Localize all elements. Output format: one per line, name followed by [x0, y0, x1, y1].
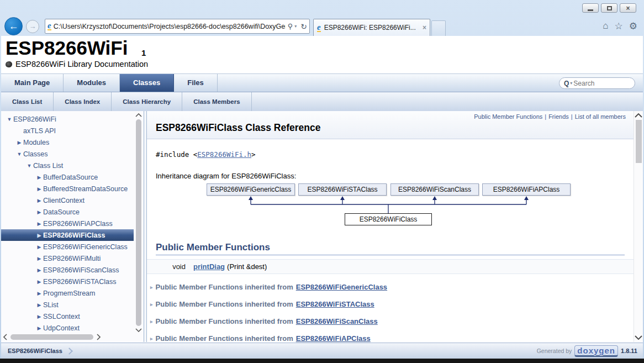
main-vertical-scrollbar[interactable]: [634, 111, 643, 342]
inherited-class-link[interactable]: ESP8266WiFiGenericClass: [296, 283, 387, 291]
ie-favicon: e: [47, 22, 51, 30]
tree-item-clientcontext[interactable]: ▶ClientContext: [1, 194, 134, 206]
tree-expand-icon[interactable]: ▶: [35, 256, 43, 261]
scroll-down-icon[interactable]: [135, 328, 142, 332]
tree-expand-icon[interactable]: ▶: [35, 233, 43, 238]
tree-expand-icon[interactable]: ▶: [35, 267, 43, 273]
inherited-class-link[interactable]: ESP8266WiFiAPClass: [296, 334, 371, 342]
diagram-box-apclass[interactable]: ESP8266WiFiAPClass: [482, 183, 571, 196]
tab-class-members[interactable]: Class Members: [182, 92, 251, 111]
include-file-link[interactable]: ESP8266WiFi.h: [197, 150, 251, 159]
tree-item-bufferdatasource[interactable]: ▶BufferDataSource: [1, 171, 134, 183]
tree-expand-icon[interactable]: ▶: [35, 314, 43, 319]
diagram-box-staclass[interactable]: ESP8266WiFiSTAClass: [298, 183, 387, 196]
tab-files[interactable]: Files: [174, 74, 218, 92]
tree-item-esp8266wifiscanclass[interactable]: ▶ESP8266WiFiScanClass: [1, 264, 134, 276]
inherited-class-link[interactable]: ESP8266WiFiSTAClass: [296, 300, 374, 308]
scroll-right-icon[interactable]: [97, 334, 101, 340]
tab-class-hierarchy[interactable]: Class Hierarchy: [112, 92, 182, 111]
home-icon[interactable]: ⌂: [603, 20, 608, 32]
scroll-up-icon[interactable]: [135, 113, 142, 117]
tree-item-classes[interactable]: ▼Classes: [1, 148, 134, 160]
close-button[interactable]: ×: [620, 3, 636, 13]
address-input[interactable]: [54, 23, 286, 30]
tree-expand-icon[interactable]: ▶: [35, 209, 43, 215]
tree-item-esp8266wifigenericclass[interactable]: ▶ESP8266WiFiGenericClass: [1, 241, 134, 252]
tree-expand-icon[interactable]: ▼: [15, 151, 23, 157]
tree-item-esp8266wificlass[interactable]: ▶ESP8266WiFiClass: [1, 229, 134, 241]
diagram-box-scanclass[interactable]: ESP8266WiFiScanClass: [390, 183, 479, 196]
tree-item-udpcontext[interactable]: ▶UdpContext: [1, 322, 134, 333]
diagram-box-genericclass[interactable]: ESP8266WiFiGenericClass: [207, 183, 295, 196]
sidebar-horizontal-scrollbar[interactable]: [3, 333, 131, 341]
new-tab-button[interactable]: [431, 20, 446, 36]
sidebar-scroll-thumb[interactable]: [136, 119, 141, 326]
tab-classes[interactable]: Classes: [120, 74, 174, 92]
inherited-section-staclass[interactable]: ▸ Public Member Functions inherited from…: [150, 300, 634, 308]
tree-item-esp8266wifimulti[interactable]: ▶ESP8266WiFiMulti: [1, 252, 134, 264]
tree-item-datasource[interactable]: ▶DataSource: [1, 206, 134, 218]
sidebar-hscroll-thumb[interactable]: [10, 334, 93, 340]
tree-expand-icon[interactable]: ▶: [35, 198, 43, 203]
tree-expand-icon[interactable]: ▶: [35, 244, 43, 250]
restore-button[interactable]: [601, 3, 617, 13]
member-name-link[interactable]: printDiag: [193, 262, 225, 271]
tree-expand-icon[interactable]: ▶: [35, 221, 43, 227]
sidebar-vertical-scrollbar[interactable]: [135, 113, 142, 332]
scroll-left-icon[interactable]: [3, 334, 7, 340]
scroll-up-icon[interactable]: [635, 113, 642, 118]
tree-item-sslcontext[interactable]: ▶SSLContext: [1, 311, 134, 322]
inherited-class-link[interactable]: ESP8266WiFiScanClass: [296, 317, 378, 325]
search-icon[interactable]: ⚲: [288, 22, 293, 30]
tree-expand-icon[interactable]: ▶: [15, 140, 23, 145]
refresh-icon[interactable]: ↻: [300, 22, 307, 31]
doc-search-box[interactable]: Q ▾: [559, 77, 635, 89]
doxygen-logo[interactable]: doxygen: [574, 345, 618, 357]
tree-expand-icon[interactable]: ▶: [35, 302, 43, 308]
favorites-star-icon[interactable]: ☆: [615, 20, 623, 32]
doc-search-chevron-icon[interactable]: ▾: [570, 81, 572, 86]
tree-label: BufferDataSource: [43, 173, 98, 181]
tab-close-icon[interactable]: ×: [423, 24, 426, 31]
minimize-button[interactable]: [582, 3, 599, 13]
browser-tab[interactable]: e ESP8266WiFi: ESP8266WiFi... ×: [313, 19, 430, 36]
tab-class-index[interactable]: Class Index: [54, 92, 112, 111]
main-scroll-thumb[interactable]: [636, 120, 642, 163]
link-list-of-all-members[interactable]: List of all members: [575, 113, 626, 120]
tree-item-esp8266wifi[interactable]: ▼ESP8266WiFi: [1, 113, 134, 125]
tree-expand-icon[interactable]: ▶: [35, 325, 43, 331]
tree-item-slist[interactable]: ▶SList: [1, 299, 134, 311]
tree-item-esp8266wifiapclass[interactable]: ▶ESP8266WiFiAPClass: [1, 218, 134, 229]
tab-modules[interactable]: Modules: [64, 74, 120, 92]
address-bar[interactable]: e ⚲ ▾ ↻: [45, 19, 310, 34]
doc-search-input[interactable]: [573, 80, 630, 87]
generated-by-label: Generated by: [537, 348, 572, 354]
tree-expand-icon[interactable]: ▶: [35, 175, 43, 180]
tree-item-class-list[interactable]: ▼Class List: [1, 160, 134, 171]
back-button[interactable]: ←: [4, 17, 23, 35]
link-public-member-functions[interactable]: Public Member Functions: [474, 113, 542, 120]
tab-class-list[interactable]: Class List: [1, 92, 54, 111]
tree-label: ESP8266WiFiAPClass: [43, 220, 113, 228]
inherited-section-apclass[interactable]: ▸ Public Member Functions inherited from…: [150, 334, 634, 342]
tree-item-modules[interactable]: ▶Modules: [1, 136, 134, 148]
gear-icon[interactable]: ⚙: [629, 20, 637, 32]
scroll-down-icon[interactable]: [635, 335, 642, 340]
inherited-section-genericclass[interactable]: ▸ Public Member Functions inherited from…: [150, 283, 634, 291]
tree-expand-icon[interactable]: ▶: [35, 279, 43, 285]
tree-item-axtls-api[interactable]: axTLS API: [1, 125, 134, 136]
tab-main-page[interactable]: Main Page: [1, 74, 64, 92]
forward-button[interactable]: →: [26, 20, 39, 33]
breadcrumb-esp8266wificlass[interactable]: ESP8266WiFiClass: [8, 348, 62, 354]
tree-expand-icon[interactable]: ▼: [25, 163, 33, 169]
tree-item-progmemstream[interactable]: ▶ProgmemStream: [1, 287, 134, 299]
inherited-section-scanclass[interactable]: ▸ Public Member Functions inherited from…: [150, 317, 634, 325]
tree-item-esp8266wifistaclass[interactable]: ▶ESP8266WiFiSTAClass: [1, 276, 134, 287]
tree-expand-icon[interactable]: ▶: [35, 291, 43, 296]
link-friends[interactable]: Friends: [548, 113, 569, 120]
tree-expand-icon[interactable]: ▼: [6, 117, 13, 122]
tree-expand-icon[interactable]: ▶: [35, 186, 43, 192]
summary-separator: |: [545, 113, 546, 120]
tree-item-bufferedstreamdatasource[interactable]: ▶BufferedStreamDataSource: [1, 183, 134, 194]
chevron-down-icon[interactable]: ▾: [294, 24, 297, 29]
